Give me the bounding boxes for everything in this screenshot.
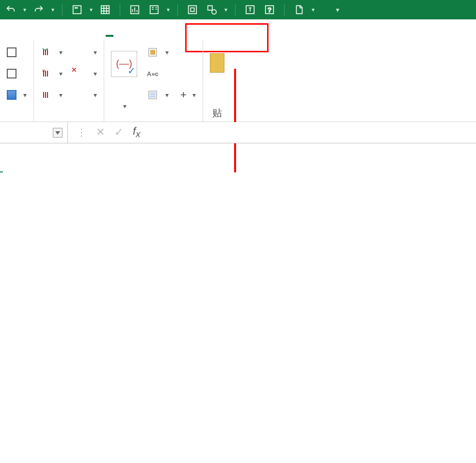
qat-icon-1[interactable] xyxy=(70,3,84,16)
svg-rect-7 xyxy=(190,8,194,11)
namebox-dropdown-icon[interactable] xyxy=(53,128,63,138)
tab-pagelayout[interactable] xyxy=(69,28,96,40)
svg-point-9 xyxy=(212,10,216,14)
svg-rect-6 xyxy=(189,6,197,14)
copy-icon[interactable] xyxy=(210,53,224,73)
qat-table-icon[interactable] xyxy=(98,3,112,16)
quick-access-toolbar: ▾ ▾ ▾ ▾ ▾ ? ▾ ▾ xyxy=(0,0,476,19)
svg-rect-5 xyxy=(150,6,159,14)
delete-text-button[interactable]: ▾ xyxy=(41,65,63,82)
ribbon: ▾ ▾ ▾ ▾ xyxy=(0,40,476,122)
fb-tools-icon[interactable]: ⋮ xyxy=(77,126,86,138)
tab-formula[interactable] xyxy=(123,28,150,40)
redo-button[interactable] xyxy=(32,3,46,16)
svg-point-2 xyxy=(77,7,78,8)
keep-number-button[interactable]: A»c xyxy=(147,65,196,82)
undo-button[interactable] xyxy=(4,3,17,16)
case-icon xyxy=(75,46,87,58)
svg-rect-3 xyxy=(101,6,110,14)
extract-text-icon xyxy=(41,89,52,101)
svg-rect-14 xyxy=(150,50,155,55)
qat-chart-icon[interactable] xyxy=(128,3,142,16)
insert-text-button[interactable]: ▾ xyxy=(41,44,63,61)
svg-marker-18 xyxy=(55,131,60,135)
formula-bar: ⋮ ✕ ✓ fx xyxy=(0,122,476,143)
svg-rect-8 xyxy=(208,6,212,10)
round-button[interactable]: ▾ xyxy=(147,44,196,61)
spreadsheet-grid[interactable] xyxy=(0,156,476,172)
check-english[interactable] xyxy=(7,44,27,61)
formula-input[interactable] xyxy=(149,122,476,143)
custom-button[interactable]: ▾ +▾ xyxy=(147,86,196,104)
tab-help[interactable] xyxy=(205,28,232,40)
execute-button[interactable]: ▾ xyxy=(7,86,27,104)
name-box[interactable] xyxy=(0,122,68,143)
tab-view[interactable] xyxy=(177,28,205,40)
qat-textbox-icon[interactable] xyxy=(243,3,257,16)
insert-text-icon xyxy=(41,46,52,58)
ribbon-tabs xyxy=(0,19,476,40)
group-label-advtext xyxy=(41,117,97,120)
cancel-icon[interactable]: ✕ xyxy=(96,126,105,139)
tab-data[interactable] xyxy=(150,28,177,40)
qat-help-icon[interactable]: ? xyxy=(263,3,276,16)
delete-space-button[interactable]: ✕ ▾ xyxy=(75,65,97,82)
round-icon xyxy=(147,46,159,58)
more-button[interactable]: ▾ xyxy=(75,86,97,104)
svg-text:?: ? xyxy=(268,6,271,14)
qat-box-icon[interactable] xyxy=(186,3,199,16)
custom-icon xyxy=(147,89,159,101)
tab-ffgz[interactable] xyxy=(96,28,123,40)
check-chinese[interactable] xyxy=(7,65,27,82)
tab-home[interactable] xyxy=(15,28,42,40)
group-label-text xyxy=(0,117,27,120)
case-button[interactable]: ▾ xyxy=(75,44,97,61)
group-label-numeric xyxy=(111,117,196,120)
qat-overflow[interactable]: ▾ xyxy=(336,6,339,14)
column-headers xyxy=(0,156,476,172)
extract-text-button[interactable]: ▾ xyxy=(41,86,63,104)
keepnum-icon: A»c xyxy=(147,68,159,79)
more-icon xyxy=(75,89,87,101)
svg-point-1 xyxy=(75,7,76,8)
qat-calc-icon[interactable] xyxy=(147,3,161,16)
qat-page-icon[interactable] xyxy=(292,3,306,16)
confirm-icon[interactable]: ✓ xyxy=(114,126,123,139)
qat-shape-icon[interactable] xyxy=(205,3,219,16)
svg-rect-0 xyxy=(73,6,81,14)
delete-text-icon xyxy=(41,68,52,79)
tab-insert[interactable] xyxy=(42,28,69,40)
fx-icon[interactable]: fx xyxy=(133,125,140,139)
numeric-icon[interactable]: (—) xyxy=(111,51,137,77)
group-label-copy: 贴 xyxy=(210,104,224,120)
delspace-icon: ✕ xyxy=(75,68,87,79)
